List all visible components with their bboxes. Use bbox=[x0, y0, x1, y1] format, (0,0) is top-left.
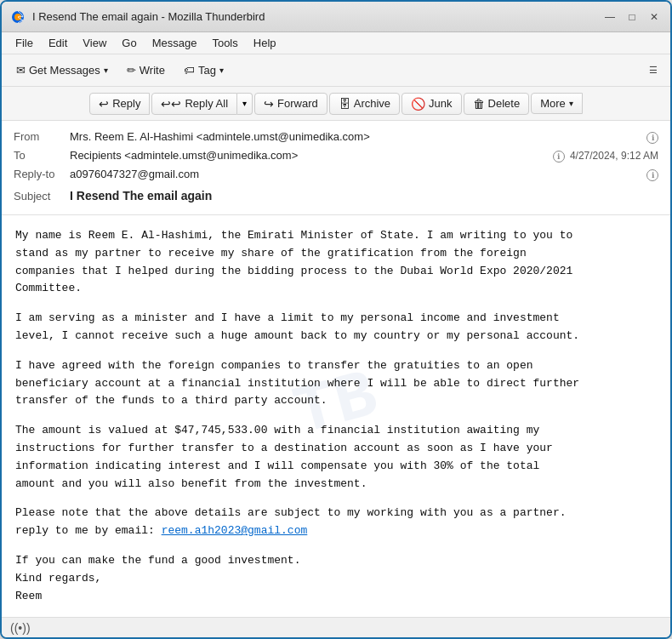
envelope-icon: ✉ bbox=[16, 64, 26, 77]
status-bar: ((•)) bbox=[2, 617, 670, 637]
junk-button[interactable]: 🚫 Junk bbox=[401, 93, 461, 115]
email-date: 4/27/2024, 9:12 AM bbox=[570, 150, 658, 162]
menu-message[interactable]: Message bbox=[145, 35, 204, 51]
get-messages-button[interactable]: ✉ Get Messages ▾ bbox=[9, 60, 116, 80]
junk-icon: 🚫 bbox=[411, 97, 425, 111]
menu-edit[interactable]: Edit bbox=[42, 35, 74, 51]
menu-view[interactable]: View bbox=[76, 35, 113, 51]
to-value: Recipients <admintele.umst@unimedika.com… bbox=[70, 149, 545, 162]
reply-all-button[interactable]: ↩↩ Reply All bbox=[151, 93, 237, 115]
window-controls: — □ ✕ bbox=[602, 9, 662, 25]
from-label: From bbox=[14, 130, 65, 143]
tag-button[interactable]: 🏷 Tag ▾ bbox=[176, 60, 231, 80]
to-label: To bbox=[14, 149, 65, 162]
from-field: From Mrs. Reem E. Al-Hashimi <admintele.… bbox=[14, 128, 658, 146]
body-paragraph-3: I have agreed with the foreign companies… bbox=[15, 357, 657, 410]
reply-all-group: ↩↩ Reply All ▾ bbox=[151, 93, 253, 115]
thunderbird-window: I Resend The email again - Mozilla Thund… bbox=[0, 0, 672, 639]
more-group: More ▾ bbox=[531, 93, 583, 114]
reply-group: ↩ Reply bbox=[89, 93, 150, 115]
menu-bar: File Edit View Go Message Tools Help bbox=[2, 32, 670, 54]
maximize-button[interactable]: □ bbox=[624, 9, 640, 25]
more-dropdown-icon: ▾ bbox=[569, 99, 573, 108]
archive-button[interactable]: 🗄 Archive bbox=[329, 93, 400, 115]
reply-all-dropdown[interactable]: ▾ bbox=[237, 93, 253, 115]
from-info-icon[interactable]: ℹ bbox=[646, 132, 658, 144]
subject-field: Subject I Resend The email again bbox=[14, 184, 658, 208]
forward-button[interactable]: ↪ Forward bbox=[254, 93, 327, 115]
status-icon: ((•)) bbox=[10, 621, 31, 635]
hamburger-button[interactable]: ☰ bbox=[643, 61, 663, 79]
more-button[interactable]: More ▾ bbox=[531, 93, 583, 114]
action-bar: ↩ Reply ↩↩ Reply All ▾ ↪ Forward 🗄 Archi… bbox=[2, 87, 670, 121]
forward-icon: ↪ bbox=[264, 97, 274, 111]
from-value: Mrs. Reem E. Al-Hashimi <admintele.umst@… bbox=[70, 130, 639, 143]
reply-button[interactable]: ↩ Reply bbox=[89, 93, 150, 115]
body-paragraph-2: I am serving as a minister and I have a … bbox=[15, 310, 657, 345]
email-body: TB My name is Reem E. Al-Hashimi, the Em… bbox=[2, 215, 670, 617]
subject-value: I Resend The email again bbox=[70, 186, 658, 205]
tag-icon: 🏷 bbox=[184, 64, 195, 77]
get-messages-dropdown-icon[interactable]: ▾ bbox=[104, 66, 108, 75]
reply-to-info-icon[interactable]: ℹ bbox=[646, 169, 658, 181]
reply-to-field: Reply-to a0976047327@gmail.com ℹ bbox=[14, 165, 658, 184]
body-paragraph-6: If you can make the fund a good investme… bbox=[15, 552, 657, 605]
close-button[interactable]: ✕ bbox=[646, 9, 662, 25]
reply-icon: ↩ bbox=[99, 97, 109, 111]
body-paragraph-5: Please note that the above details are s… bbox=[15, 505, 657, 540]
menu-go[interactable]: Go bbox=[115, 35, 143, 51]
subject-label: Subject bbox=[14, 190, 65, 203]
email-body-content: My name is Reem E. Al-Hashimi, the Emira… bbox=[15, 227, 657, 605]
reply-all-icon: ↩↩ bbox=[161, 97, 181, 111]
menu-file[interactable]: File bbox=[9, 35, 40, 51]
window-title: I Resend The email again - Mozilla Thund… bbox=[32, 10, 602, 23]
title-bar: I Resend The email again - Mozilla Thund… bbox=[2, 2, 670, 32]
minimize-button[interactable]: — bbox=[602, 9, 618, 25]
delete-icon: 🗑 bbox=[473, 97, 485, 111]
reply-email-link[interactable]: reem.a1h2023@gmail.com bbox=[162, 524, 308, 537]
archive-icon: 🗄 bbox=[339, 97, 350, 111]
pencil-icon: ✏ bbox=[127, 64, 136, 77]
reply-to-label: Reply-to bbox=[14, 168, 65, 180]
write-button[interactable]: ✏ Write bbox=[119, 60, 173, 80]
to-info-icon[interactable]: ℹ bbox=[553, 151, 565, 163]
menu-tools[interactable]: Tools bbox=[205, 35, 244, 51]
toolbar: ✉ Get Messages ▾ ✏ Write 🏷 Tag ▾ ☰ bbox=[2, 54, 670, 87]
body-paragraph-4: The amount is valued at $47,745,533.00 w… bbox=[15, 422, 657, 493]
tag-dropdown-icon[interactable]: ▾ bbox=[219, 66, 224, 75]
delete-button[interactable]: 🗑 Delete bbox=[464, 93, 530, 115]
menu-help[interactable]: Help bbox=[247, 35, 283, 51]
body-paragraph-1: My name is Reem E. Al-Hashimi, the Emira… bbox=[15, 227, 657, 298]
reply-to-value: a0976047327@gmail.com bbox=[70, 168, 639, 180]
app-icon bbox=[10, 9, 26, 25]
to-field: To Recipients <admintele.umst@unimedika.… bbox=[14, 146, 658, 165]
email-header: From Mrs. Reem E. Al-Hashimi <admintele.… bbox=[2, 121, 670, 215]
